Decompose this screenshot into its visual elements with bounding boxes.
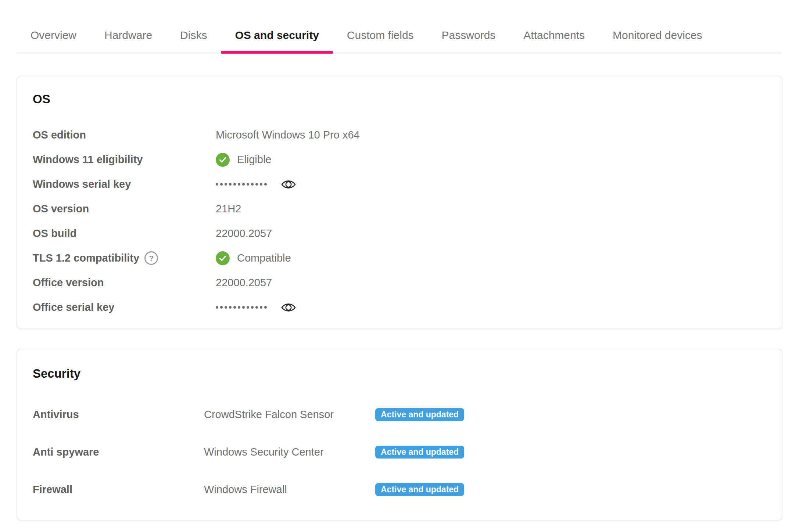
row-value: Windows Firewall [204, 484, 375, 496]
dot [229, 306, 232, 309]
security-row-firewall: FirewallWindows FirewallActive and updat… [33, 471, 766, 508]
row-label: TLS 1.2 compatibility? [33, 251, 216, 265]
status-indicator: Eligible [216, 153, 272, 167]
masked-dots [216, 183, 267, 186]
row-label: Antivirus [33, 409, 204, 421]
tab-hardware[interactable]: Hardware [90, 18, 166, 52]
tab-monitored-devices[interactable]: Monitored devices [599, 18, 716, 52]
masked-dots [216, 306, 267, 309]
tab-bar: OverviewHardwareDisksOS and securityCust… [17, 18, 782, 54]
tab-attachments[interactable]: Attachments [509, 18, 599, 52]
masked-value [216, 302, 296, 313]
os-row-os-version: OS version21H2 [33, 197, 766, 221]
eye-icon [281, 179, 296, 190]
row-value: Microsoft Windows 10 Pro x64 [216, 129, 360, 141]
security-card: Security AntivirusCrowdStrike Falcon Sen… [17, 349, 782, 521]
row-label-text: Office serial key [33, 301, 114, 313]
security-row-antivirus: AntivirusCrowdStrike Falcon SensorActive… [33, 396, 766, 433]
device-detail-page: OverviewHardwareDisksOS and securityCust… [17, 18, 782, 521]
row-value: Windows Security Center [204, 446, 375, 458]
dot [247, 306, 249, 309]
os-row-os-edition: OS editionMicrosoft Windows 10 Pro x64 [33, 123, 766, 147]
dot [260, 306, 262, 309]
dot [251, 306, 254, 309]
row-value: 22000.2057 [216, 277, 272, 289]
dot [225, 183, 227, 186]
status-indicator: Compatible [216, 251, 291, 265]
status-check-circle [216, 153, 230, 167]
row-label-text: Windows serial key [33, 178, 131, 190]
tab-os-and-security[interactable]: OS and security [221, 18, 333, 52]
dot [233, 183, 236, 186]
os-row-tls-1-2-compatibility: TLS 1.2 compatibility?Compatible [33, 246, 766, 270]
tab-disks[interactable]: Disks [166, 18, 221, 52]
os-row-os-build: OS build22000.2057 [33, 221, 766, 246]
dot [247, 183, 249, 186]
tab-custom-fields[interactable]: Custom fields [333, 18, 428, 52]
row-label-text: OS build [33, 227, 76, 240]
dot [216, 306, 218, 309]
row-value: 21H2 [216, 203, 241, 215]
row-label: OS edition [33, 129, 216, 141]
tab-passwords[interactable]: Passwords [428, 18, 510, 52]
row-label: Anti spyware [33, 446, 204, 458]
security-row-anti-spyware: Anti spywareWindows Security CenterActiv… [33, 433, 766, 471]
status-text: Eligible [237, 154, 272, 166]
security-card-title: Security [33, 366, 766, 381]
dot [251, 183, 254, 186]
reveal-windows-serial-key-button[interactable] [281, 179, 296, 190]
check-icon [219, 157, 226, 163]
row-label-text: Windows 11 eligibility [33, 154, 143, 166]
row-label-text: OS version [33, 203, 89, 215]
security-rows: AntivirusCrowdStrike Falcon SensorActive… [33, 396, 766, 508]
os-card-title: OS [33, 92, 766, 107]
dot [225, 306, 227, 309]
check-icon [219, 255, 226, 261]
dot [255, 183, 258, 186]
dot [220, 306, 223, 309]
os-row-office-serial-key: Office serial key [33, 295, 766, 320]
row-label: Firewall [33, 484, 204, 496]
row-value: CrowdStrike Falcon Sensor [204, 409, 375, 421]
os-rows: OS editionMicrosoft Windows 10 Pro x64Wi… [33, 123, 766, 320]
dot [229, 183, 232, 186]
dot [264, 306, 267, 309]
help-icon[interactable]: ? [144, 251, 158, 265]
dot [242, 183, 245, 186]
row-value: 22000.2057 [216, 227, 272, 240]
row-label: Office version [33, 277, 216, 289]
row-label-text: Office version [33, 277, 104, 289]
reveal-office-serial-key-button[interactable] [281, 302, 296, 313]
status-badge: Active and updated [375, 408, 464, 421]
row-label-text: OS edition [33, 129, 86, 141]
dot [238, 306, 240, 309]
os-card: OS OS editionMicrosoft Windows 10 Pro x6… [17, 76, 782, 329]
eye-icon [281, 302, 296, 313]
dot [233, 306, 236, 309]
row-label: OS build [33, 227, 216, 240]
dot [220, 183, 223, 186]
status-text: Compatible [237, 252, 291, 264]
dot [216, 183, 218, 186]
dot [260, 183, 262, 186]
tab-overview[interactable]: Overview [17, 18, 90, 52]
status-check-circle [216, 251, 230, 265]
os-row-windows-11-eligibility: Windows 11 eligibilityEligible [33, 147, 766, 172]
dot [264, 183, 267, 186]
dot [238, 183, 240, 186]
row-label: Windows 11 eligibility [33, 154, 216, 166]
row-label: Windows serial key [33, 178, 216, 190]
row-label: Office serial key [33, 301, 216, 313]
os-row-windows-serial-key: Windows serial key [33, 172, 766, 197]
dot [242, 306, 245, 309]
masked-value [216, 179, 296, 190]
status-badge: Active and updated [375, 446, 464, 459]
status-badge: Active and updated [375, 483, 464, 496]
row-label-text: TLS 1.2 compatibility [33, 252, 139, 264]
dot [255, 306, 258, 309]
os-row-office-version: Office version22000.2057 [33, 270, 766, 295]
row-label: OS version [33, 203, 216, 215]
